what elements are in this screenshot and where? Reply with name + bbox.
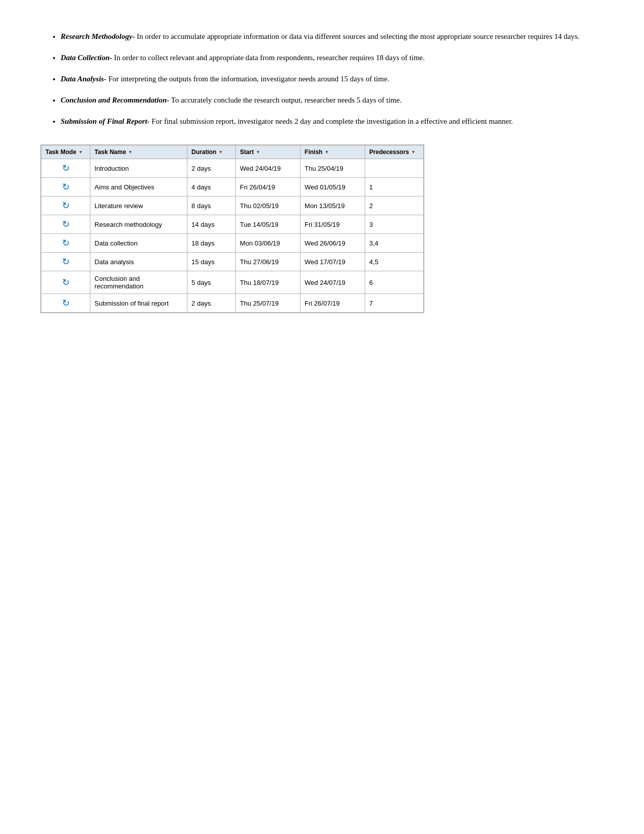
cell-duration: 18 days — [187, 234, 236, 253]
cell-task-mode: ↻ — [41, 178, 90, 197]
cell-start: Thu 18/07/19 — [236, 271, 301, 294]
cell-duration: 8 days — [187, 197, 236, 215]
cell-finish: Wed 24/07/19 — [301, 271, 365, 294]
table-row: ↻Data collection18 daysMon 03/06/19Wed 2… — [41, 234, 424, 253]
start-dropdown-icon[interactable]: ▼ — [256, 150, 260, 155]
table-row: ↻Introduction2 daysWed 24/04/19Thu 25/04… — [41, 159, 424, 178]
table-row: ↻Aims and Objectives4 daysFri 26/04/19We… — [41, 178, 424, 197]
cell-predecessors: 3,4 — [365, 234, 424, 253]
cell-start: Mon 03/06/19 — [236, 234, 301, 253]
auto-schedule-icon: ↻ — [62, 219, 70, 229]
bullet-text-5: For final submission report, investigato… — [150, 117, 513, 125]
th-start[interactable]: Start ▼ — [236, 145, 301, 159]
cell-task-name: Research methodology — [90, 215, 187, 234]
bullet-text-1: In order to accumulate appropriate infor… — [135, 32, 579, 40]
cell-task-mode: ↻ — [41, 294, 90, 313]
list-item: Research Methodology- In order to accumu… — [61, 30, 604, 42]
th-task-name[interactable]: Task Name ▼ — [90, 145, 187, 159]
table-row: ↻Data analysis15 daysThu 27/06/19Wed 17/… — [41, 253, 424, 271]
cell-duration: 2 days — [187, 159, 236, 178]
table-row: ↻Literature review8 daysThu 02/05/19Mon … — [41, 197, 424, 215]
cell-predecessors: 1 — [365, 178, 424, 197]
list-item: Submission of Final Report- For final su… — [61, 115, 604, 127]
cell-predecessors: 3 — [365, 215, 424, 234]
cell-task-name: Aims and Objectives — [90, 178, 187, 197]
task-table-wrapper: Task Mode ▼ Task Name ▼ Duration ▼ — [40, 144, 424, 313]
duration-dropdown-icon[interactable]: ▼ — [218, 150, 223, 155]
cell-start: Tue 14/05/19 — [236, 215, 301, 234]
cell-start: Thu 02/05/19 — [236, 197, 301, 215]
bullet-bold-3: Data Analysis- — [61, 75, 107, 83]
auto-schedule-icon: ↻ — [62, 182, 70, 192]
bullet-bold-4: Conclusion and Recommendation- — [61, 96, 169, 104]
cell-task-name: Conclusion and recommendation — [90, 271, 187, 294]
task-table: Task Mode ▼ Task Name ▼ Duration ▼ — [41, 145, 424, 313]
cell-predecessors: 2 — [365, 197, 424, 215]
auto-schedule-icon: ↻ — [62, 201, 70, 211]
cell-start: Wed 24/04/19 — [236, 159, 301, 178]
cell-finish: Fri 26/07/19 — [301, 294, 365, 313]
bullet-text-2: In order to collect relevant and appropr… — [112, 54, 425, 62]
cell-task-mode: ↻ — [41, 215, 90, 234]
auto-schedule-icon: ↻ — [62, 238, 70, 248]
th-predecessors[interactable]: Predecessors ▼ — [365, 145, 424, 159]
cell-task-mode: ↻ — [41, 271, 90, 294]
task-mode-dropdown-icon[interactable]: ▼ — [78, 150, 83, 155]
cell-start: Thu 25/07/19 — [236, 294, 301, 313]
th-duration[interactable]: Duration ▼ — [187, 145, 236, 159]
cell-duration: 4 days — [187, 178, 236, 197]
cell-start: Fri 26/04/19 — [236, 178, 301, 197]
cell-finish: Mon 13/05/19 — [301, 197, 365, 215]
finish-dropdown-icon[interactable]: ▼ — [324, 150, 329, 155]
list-item: Data Analysis- For interpreting the outp… — [61, 73, 604, 85]
bullet-text-4: To accurately conclude the research outp… — [169, 96, 402, 104]
cell-finish: Thu 25/04/19 — [301, 159, 365, 178]
bullet-list: Research Methodology- In order to accumu… — [40, 30, 604, 127]
table-row: ↻Submission of final report2 daysThu 25/… — [41, 294, 424, 313]
bullet-bold-2: Data Collection- — [61, 54, 112, 62]
auto-schedule-icon: ↻ — [62, 298, 70, 308]
cell-start: Thu 27/06/19 — [236, 253, 301, 271]
cell-predecessors: 6 — [365, 271, 424, 294]
auto-schedule-icon: ↻ — [62, 257, 70, 267]
table-row: ↻Conclusion and recommendation5 daysThu … — [41, 271, 424, 294]
cell-task-mode: ↻ — [41, 234, 90, 253]
auto-schedule-icon: ↻ — [62, 277, 70, 287]
cell-task-name: Data collection — [90, 234, 187, 253]
bullet-bold-5: Submission of Final Report- — [61, 117, 150, 125]
cell-finish: Wed 17/07/19 — [301, 253, 365, 271]
auto-schedule-icon: ↻ — [62, 163, 70, 173]
cell-duration: 5 days — [187, 271, 236, 294]
cell-predecessors: 7 — [365, 294, 424, 313]
cell-duration: 15 days — [187, 253, 236, 271]
cell-duration: 2 days — [187, 294, 236, 313]
task-name-dropdown-icon[interactable]: ▼ — [128, 150, 133, 155]
cell-task-name: Data analysis — [90, 253, 187, 271]
cell-predecessors — [365, 159, 424, 178]
cell-task-name: Submission of final report — [90, 294, 187, 313]
cell-task-name: Literature review — [90, 197, 187, 215]
list-item: Data Collection- In order to collect rel… — [61, 52, 604, 64]
bullet-text-3: For interpreting the outputs from the in… — [107, 75, 389, 83]
table-row: ↻Research methodology14 daysTue 14/05/19… — [41, 215, 424, 234]
cell-task-name: Introduction — [90, 159, 187, 178]
bullet-bold-1: Research Methodology- — [61, 32, 135, 40]
cell-task-mode: ↻ — [41, 197, 90, 215]
th-finish[interactable]: Finish ▼ — [301, 145, 365, 159]
th-task-mode[interactable]: Task Mode ▼ — [41, 145, 90, 159]
cell-finish: Fri 31/05/19 — [301, 215, 365, 234]
cell-task-mode: ↻ — [41, 159, 90, 178]
cell-finish: Wed 26/06/19 — [301, 234, 365, 253]
cell-finish: Wed 01/05/19 — [301, 178, 365, 197]
table-header-row: Task Mode ▼ Task Name ▼ Duration ▼ — [41, 145, 424, 159]
cell-duration: 14 days — [187, 215, 236, 234]
predecessors-dropdown-icon[interactable]: ▼ — [411, 150, 416, 155]
cell-task-mode: ↻ — [41, 253, 90, 271]
list-item: Conclusion and Recommendation- To accura… — [61, 94, 604, 106]
cell-predecessors: 4,5 — [365, 253, 424, 271]
